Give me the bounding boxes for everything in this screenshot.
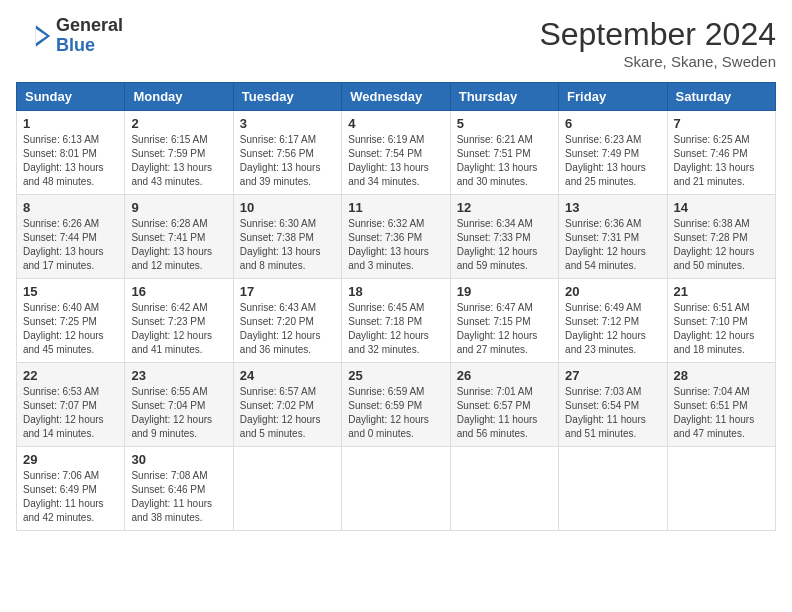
calendar-cell: 20 Sunrise: 6:49 AMSunset: 7:12 PMDaylig…: [559, 279, 667, 363]
col-thursday: Thursday: [450, 83, 558, 111]
calendar-cell: 5 Sunrise: 6:21 AMSunset: 7:51 PMDayligh…: [450, 111, 558, 195]
col-sunday: Sunday: [17, 83, 125, 111]
day-info: Sunrise: 6:13 AMSunset: 8:01 PMDaylight:…: [23, 133, 118, 189]
calendar-cell: 9 Sunrise: 6:28 AMSunset: 7:41 PMDayligh…: [125, 195, 233, 279]
day-info: Sunrise: 6:47 AMSunset: 7:15 PMDaylight:…: [457, 301, 552, 357]
calendar-cell: 26 Sunrise: 7:01 AMSunset: 6:57 PMDaylig…: [450, 363, 558, 447]
day-number: 14: [674, 200, 769, 215]
col-friday: Friday: [559, 83, 667, 111]
calendar-cell: 14 Sunrise: 6:38 AMSunset: 7:28 PMDaylig…: [667, 195, 775, 279]
col-saturday: Saturday: [667, 83, 775, 111]
calendar-cell: [233, 447, 341, 531]
day-number: 3: [240, 116, 335, 131]
day-info: Sunrise: 6:43 AMSunset: 7:20 PMDaylight:…: [240, 301, 335, 357]
day-number: 29: [23, 452, 118, 467]
logo-general: General: [56, 16, 123, 36]
day-number: 6: [565, 116, 660, 131]
day-number: 20: [565, 284, 660, 299]
day-info: Sunrise: 6:49 AMSunset: 7:12 PMDaylight:…: [565, 301, 660, 357]
calendar-cell: 1 Sunrise: 6:13 AMSunset: 8:01 PMDayligh…: [17, 111, 125, 195]
calendar-table: Sunday Monday Tuesday Wednesday Thursday…: [16, 82, 776, 531]
calendar-cell: 22 Sunrise: 6:53 AMSunset: 7:07 PMDaylig…: [17, 363, 125, 447]
calendar-cell: 13 Sunrise: 6:36 AMSunset: 7:31 PMDaylig…: [559, 195, 667, 279]
day-number: 30: [131, 452, 226, 467]
day-number: 16: [131, 284, 226, 299]
day-info: Sunrise: 7:03 AMSunset: 6:54 PMDaylight:…: [565, 385, 660, 441]
day-info: Sunrise: 6:55 AMSunset: 7:04 PMDaylight:…: [131, 385, 226, 441]
day-number: 28: [674, 368, 769, 383]
day-number: 12: [457, 200, 552, 215]
logo: General Blue: [16, 16, 123, 56]
day-info: Sunrise: 6:28 AMSunset: 7:41 PMDaylight:…: [131, 217, 226, 273]
day-number: 4: [348, 116, 443, 131]
page-header: General Blue September 2024 Skare, Skane…: [16, 16, 776, 70]
day-info: Sunrise: 6:19 AMSunset: 7:54 PMDaylight:…: [348, 133, 443, 189]
day-info: Sunrise: 6:59 AMSunset: 6:59 PMDaylight:…: [348, 385, 443, 441]
day-number: 9: [131, 200, 226, 215]
calendar-cell: [450, 447, 558, 531]
col-wednesday: Wednesday: [342, 83, 450, 111]
calendar-cell: 25 Sunrise: 6:59 AMSunset: 6:59 PMDaylig…: [342, 363, 450, 447]
title-block: September 2024 Skare, Skane, Sweden: [539, 16, 776, 70]
day-info: Sunrise: 6:36 AMSunset: 7:31 PMDaylight:…: [565, 217, 660, 273]
calendar-cell: 16 Sunrise: 6:42 AMSunset: 7:23 PMDaylig…: [125, 279, 233, 363]
day-info: Sunrise: 6:25 AMSunset: 7:46 PMDaylight:…: [674, 133, 769, 189]
day-info: Sunrise: 7:04 AMSunset: 6:51 PMDaylight:…: [674, 385, 769, 441]
day-number: 15: [23, 284, 118, 299]
day-info: Sunrise: 6:53 AMSunset: 7:07 PMDaylight:…: [23, 385, 118, 441]
week-row-5: 29 Sunrise: 7:06 AMSunset: 6:49 PMDaylig…: [17, 447, 776, 531]
calendar-cell: 17 Sunrise: 6:43 AMSunset: 7:20 PMDaylig…: [233, 279, 341, 363]
calendar-cell: 8 Sunrise: 6:26 AMSunset: 7:44 PMDayligh…: [17, 195, 125, 279]
day-info: Sunrise: 6:17 AMSunset: 7:56 PMDaylight:…: [240, 133, 335, 189]
week-row-1: 1 Sunrise: 6:13 AMSunset: 8:01 PMDayligh…: [17, 111, 776, 195]
day-number: 1: [23, 116, 118, 131]
day-info: Sunrise: 6:38 AMSunset: 7:28 PMDaylight:…: [674, 217, 769, 273]
day-number: 22: [23, 368, 118, 383]
week-row-4: 22 Sunrise: 6:53 AMSunset: 7:07 PMDaylig…: [17, 363, 776, 447]
day-info: Sunrise: 7:08 AMSunset: 6:46 PMDaylight:…: [131, 469, 226, 525]
calendar-cell: 4 Sunrise: 6:19 AMSunset: 7:54 PMDayligh…: [342, 111, 450, 195]
calendar-cell: 21 Sunrise: 6:51 AMSunset: 7:10 PMDaylig…: [667, 279, 775, 363]
calendar-header-row: Sunday Monday Tuesday Wednesday Thursday…: [17, 83, 776, 111]
calendar-cell: [559, 447, 667, 531]
day-number: 10: [240, 200, 335, 215]
day-number: 17: [240, 284, 335, 299]
week-row-2: 8 Sunrise: 6:26 AMSunset: 7:44 PMDayligh…: [17, 195, 776, 279]
calendar-cell: 27 Sunrise: 7:03 AMSunset: 6:54 PMDaylig…: [559, 363, 667, 447]
col-tuesday: Tuesday: [233, 83, 341, 111]
day-info: Sunrise: 6:40 AMSunset: 7:25 PMDaylight:…: [23, 301, 118, 357]
logo-text: General Blue: [56, 16, 123, 56]
day-number: 27: [565, 368, 660, 383]
day-number: 2: [131, 116, 226, 131]
calendar-cell: 29 Sunrise: 7:06 AMSunset: 6:49 PMDaylig…: [17, 447, 125, 531]
calendar-cell: 24 Sunrise: 6:57 AMSunset: 7:02 PMDaylig…: [233, 363, 341, 447]
day-info: Sunrise: 6:42 AMSunset: 7:23 PMDaylight:…: [131, 301, 226, 357]
day-number: 23: [131, 368, 226, 383]
calendar-cell: 6 Sunrise: 6:23 AMSunset: 7:49 PMDayligh…: [559, 111, 667, 195]
day-info: Sunrise: 7:06 AMSunset: 6:49 PMDaylight:…: [23, 469, 118, 525]
day-info: Sunrise: 6:57 AMSunset: 7:02 PMDaylight:…: [240, 385, 335, 441]
calendar-cell: 28 Sunrise: 7:04 AMSunset: 6:51 PMDaylig…: [667, 363, 775, 447]
day-number: 11: [348, 200, 443, 215]
logo-blue: Blue: [56, 36, 123, 56]
calendar-cell: 19 Sunrise: 6:47 AMSunset: 7:15 PMDaylig…: [450, 279, 558, 363]
day-number: 7: [674, 116, 769, 131]
location: Skare, Skane, Sweden: [539, 53, 776, 70]
calendar-cell: 3 Sunrise: 6:17 AMSunset: 7:56 PMDayligh…: [233, 111, 341, 195]
day-number: 8: [23, 200, 118, 215]
day-number: 13: [565, 200, 660, 215]
day-number: 26: [457, 368, 552, 383]
day-number: 19: [457, 284, 552, 299]
calendar-cell: 23 Sunrise: 6:55 AMSunset: 7:04 PMDaylig…: [125, 363, 233, 447]
calendar-cell: 11 Sunrise: 6:32 AMSunset: 7:36 PMDaylig…: [342, 195, 450, 279]
day-info: Sunrise: 6:23 AMSunset: 7:49 PMDaylight:…: [565, 133, 660, 189]
calendar-cell: 18 Sunrise: 6:45 AMSunset: 7:18 PMDaylig…: [342, 279, 450, 363]
calendar-cell: 15 Sunrise: 6:40 AMSunset: 7:25 PMDaylig…: [17, 279, 125, 363]
calendar-cell: [342, 447, 450, 531]
day-number: 18: [348, 284, 443, 299]
day-info: Sunrise: 6:26 AMSunset: 7:44 PMDaylight:…: [23, 217, 118, 273]
day-number: 5: [457, 116, 552, 131]
day-number: 21: [674, 284, 769, 299]
day-info: Sunrise: 6:32 AMSunset: 7:36 PMDaylight:…: [348, 217, 443, 273]
day-info: Sunrise: 6:45 AMSunset: 7:18 PMDaylight:…: [348, 301, 443, 357]
